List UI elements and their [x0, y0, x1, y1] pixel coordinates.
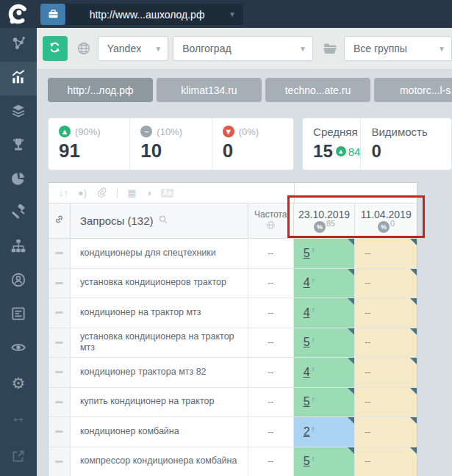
date-1: 23.10.2019 [298, 209, 350, 220]
percent-icon: % [378, 221, 390, 233]
sidebar-item-network[interactable] [0, 28, 37, 62]
queries-column-header[interactable]: Запросы (132) [71, 203, 248, 238]
drag-handle[interactable] [49, 417, 71, 447]
folder-icon[interactable] [322, 41, 338, 56]
sidebar-item-competitors[interactable] [0, 129, 37, 163]
chevron-down-icon: ▼ [432, 45, 445, 53]
search-icon[interactable] [158, 214, 168, 227]
sidebar-external-link[interactable] [0, 441, 37, 475]
sidebar: ⚙ ↔ [0, 28, 37, 476]
sort-icon[interactable]: ↓↑ [59, 188, 68, 198]
keyword-cell[interactable]: кондиционер комбайна [71, 417, 248, 447]
table-row: кондиционер на трактор мтз -- 4↑ -- [49, 298, 417, 328]
frequency-column-header[interactable]: Частота [248, 203, 294, 238]
drag-handle[interactable] [49, 388, 71, 417]
sidebar-item-auction[interactable] [0, 197, 37, 231]
eye-icon [10, 339, 26, 358]
sidebar-item-structure[interactable] [0, 231, 37, 264]
paperclip-icon[interactable] [96, 187, 107, 199]
sidebar-item-watch[interactable] [0, 332, 37, 366]
position-cell[interactable]: 5↑ [294, 447, 356, 476]
chevron-down-icon: ▼ [229, 10, 243, 18]
project-selector[interactable]: http://www...ашхолод.рф ▼ [40, 4, 243, 25]
sidebar-item-positions[interactable] [0, 62, 37, 95]
average-label: Средняя [313, 126, 360, 138]
contrast-icon[interactable]: ◑ [146, 188, 151, 198]
search-engine-value: Yandex [107, 43, 141, 54]
up-arrow-icon: ↑ [312, 425, 315, 433]
position-cell[interactable]: 4↑ [294, 358, 356, 387]
position-cell[interactable]: 4↑ [294, 298, 356, 328]
drag-handle[interactable] [49, 298, 71, 328]
briefcase-icon[interactable] [40, 4, 65, 25]
frequency-cell: -- [248, 239, 294, 268]
position-cell[interactable]: 2↑ [294, 417, 356, 447]
position-cell[interactable]: 5↑ [294, 239, 356, 268]
drag-handle[interactable] [49, 328, 71, 358]
up-arrow-icon: ↑ [312, 336, 315, 344]
topvisor-logo-icon[interactable] [4, 1, 32, 27]
drag-handle[interactable] [49, 239, 71, 268]
link-column-header[interactable] [49, 203, 71, 238]
keyword-cell[interactable]: установка кондиционера на трактор мтз [71, 328, 248, 358]
up-arrow-icon: ↑ [312, 365, 315, 373]
tab-site-4[interactable]: motorc...l-s. [374, 78, 452, 102]
keyword-cell[interactable]: установка кондиционеров трактор [71, 269, 248, 298]
up-arrow-icon: ↑ [312, 276, 315, 284]
tab-site-2[interactable]: klimat134.ru [157, 78, 262, 102]
keyword-cell[interactable]: кондиционеры для спецтехники [71, 239, 248, 268]
table-icon[interactable]: ▦ [127, 188, 136, 198]
keyword-cell[interactable]: купить кондиционер на трактор [71, 388, 248, 417]
tab-site-1[interactable]: http:/...лод.рф [48, 78, 153, 102]
frequency-cell: -- [248, 417, 294, 447]
up-arrow-icon: ↑ [312, 455, 315, 463]
table-row: установка кондиционеров трактор -- 4↑ -- [49, 269, 417, 299]
sidebar-item-groups[interactable] [0, 95, 37, 129]
globe-icon [76, 41, 91, 56]
gavel-icon [10, 204, 26, 223]
date-column-header-2[interactable]: 11.04.2019 % 0 [355, 203, 417, 238]
stat-down-count: 0 [223, 140, 293, 162]
sidebar-item-share[interactable] [0, 163, 37, 197]
arrow-down-circle-icon: ▼ [223, 126, 234, 137]
previous-position-cell: -- [355, 417, 417, 447]
position-cell[interactable]: 5↑ [294, 388, 356, 417]
table-header: Запросы (132) Частота 23.10.2019 % 85 11… [49, 203, 417, 239]
groups-select[interactable]: Все группы ▼ [344, 36, 452, 61]
drag-handle[interactable] [49, 269, 71, 298]
position-cell[interactable]: 4↑ [294, 269, 356, 298]
aa-icon[interactable]: Aa [161, 189, 173, 198]
sidebar-item-settings[interactable]: ⚙ [0, 366, 37, 400]
stat-down: ▼ (0%) 0 [212, 118, 293, 170]
keyword-cell[interactable]: компрессор кондиционера комбайна [71, 447, 248, 476]
chain-icon [54, 214, 65, 228]
drag-handle[interactable] [49, 447, 71, 476]
frequency-cell: -- [248, 298, 294, 328]
date-column-header-1[interactable]: 23.10.2019 % 85 [294, 203, 356, 238]
tab-site-3[interactable]: techno...ate.ru [265, 78, 370, 102]
stat-average: Средняя 15 ▲ 84 [303, 118, 361, 170]
positions-chart-icon [10, 69, 26, 88]
position-cell[interactable]: 5↑ [294, 328, 356, 358]
globe-icon [266, 220, 276, 232]
frequency-header-label: Частота [254, 209, 287, 220]
frequency-cell: -- [248, 388, 294, 417]
sidebar-collapse[interactable]: ↔ [0, 400, 37, 433]
keyword-cell[interactable]: кондиционер трактора мтз 82 [71, 358, 248, 387]
keyword-cell[interactable]: кондиционер на трактор мтз [71, 298, 248, 328]
region-select[interactable]: Волгоград ▼ [173, 36, 313, 61]
disc-icon[interactable]: ●) [78, 188, 87, 198]
search-engine-select[interactable]: Yandex ▼ [98, 36, 168, 61]
refresh-button[interactable] [43, 36, 68, 61]
date-1-percent: 85 [326, 219, 335, 228]
average-value: 15 [313, 141, 333, 162]
previous-position-cell: -- [355, 447, 417, 476]
table-row: кондиционер комбайна -- 2↑ -- [49, 417, 417, 447]
drag-handle-icon [55, 311, 63, 314]
drag-handle[interactable] [49, 358, 71, 387]
sidebar-item-support[interactable] [0, 264, 37, 298]
sidebar-item-summary[interactable] [0, 298, 37, 332]
sitemap-icon [10, 238, 26, 257]
average-visibility-card: Средняя 15 ▲ 84 Видимость 0 [302, 118, 452, 170]
up-arrow-icon: ↑ [312, 306, 315, 314]
